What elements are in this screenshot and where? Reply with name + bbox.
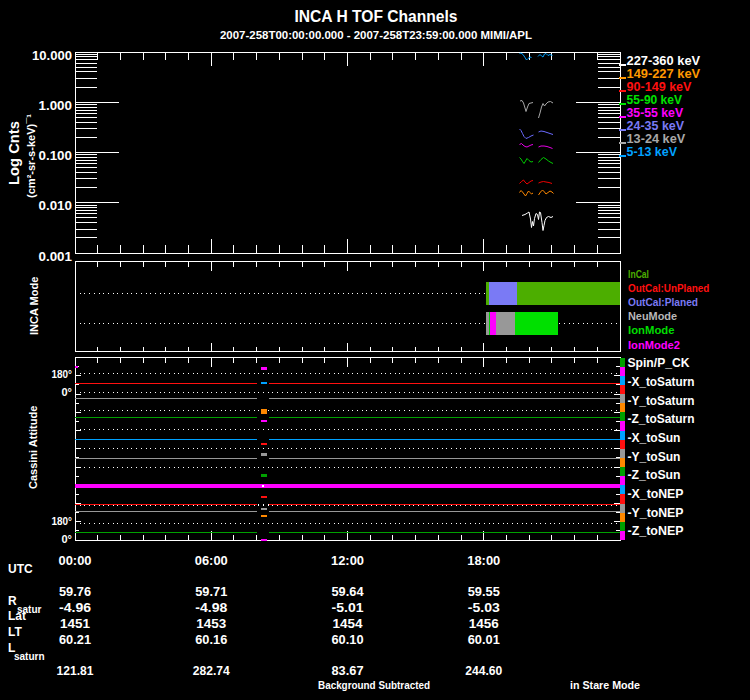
svg-text:IonMode2: IonMode2 xyxy=(628,339,680,351)
svg-text:Log Cnts: Log Cnts xyxy=(6,121,22,185)
svg-text:00:00: 00:00 xyxy=(59,554,92,568)
svg-text:OutCal:Planed: OutCal:Planed xyxy=(628,296,698,308)
svg-text:-5.03: -5.03 xyxy=(468,601,500,615)
svg-text:-Z_toSun: -Z_toSun xyxy=(628,468,681,482)
svg-text:55-90 keV: 55-90 keV xyxy=(627,93,683,107)
svg-text:06:00: 06:00 xyxy=(195,554,228,568)
svg-text:0.010: 0.010 xyxy=(39,199,73,213)
svg-text:Lat: Lat xyxy=(8,609,26,623)
svg-text:LT: LT xyxy=(8,625,22,639)
svg-text:-X_toNEP: -X_toNEP xyxy=(628,487,684,501)
svg-text:1.000: 1.000 xyxy=(39,99,73,113)
svg-text:1456: 1456 xyxy=(469,617,499,631)
svg-text:10.000: 10.000 xyxy=(32,49,72,63)
svg-text:Cassini Attitude: Cassini Attitude xyxy=(27,406,39,489)
svg-text:Background Subtracted: Background Subtracted xyxy=(318,679,430,691)
svg-text:-Y_toSun: -Y_toSun xyxy=(628,450,681,464)
svg-text:35-55 keV: 35-55 keV xyxy=(627,106,684,120)
svg-text:0.001: 0.001 xyxy=(39,250,73,264)
svg-text:90-149 keV: 90-149 keV xyxy=(627,80,693,94)
svg-text:59.55: 59.55 xyxy=(468,585,500,599)
svg-text:282.74: 282.74 xyxy=(193,664,230,678)
svg-text:INCA H TOF Channels: INCA H TOF Channels xyxy=(295,8,458,25)
svg-text:-4.96: -4.96 xyxy=(59,601,91,615)
svg-text:0°: 0° xyxy=(62,386,73,398)
svg-text:244.60: 244.60 xyxy=(465,664,502,678)
svg-text:-Y_toSaturn: -Y_toSaturn xyxy=(628,394,695,408)
svg-text:2007-258T00:00:00.000 - 2007-2: 2007-258T00:00:00.000 - 2007-258T23:59:0… xyxy=(220,29,532,41)
svg-text:149-227 keV: 149-227 keV xyxy=(627,67,701,81)
svg-text:227-360 keV: 227-360 keV xyxy=(627,54,701,68)
svg-text:60.10: 60.10 xyxy=(332,633,364,647)
svg-text:UTC: UTC xyxy=(8,562,33,576)
svg-text:59.64: 59.64 xyxy=(332,585,364,599)
svg-text:-5.01: -5.01 xyxy=(332,601,364,615)
svg-text:1451: 1451 xyxy=(60,617,90,631)
svg-text:60.01: 60.01 xyxy=(468,633,500,647)
svg-text:-4.98: -4.98 xyxy=(195,601,227,615)
svg-text:180°: 180° xyxy=(52,515,73,527)
svg-text:1453: 1453 xyxy=(196,617,226,631)
svg-text:IonMode: IonMode xyxy=(628,324,675,336)
svg-text:-X_toSaturn: -X_toSaturn xyxy=(628,375,695,389)
svg-text:0°: 0° xyxy=(62,533,73,545)
svg-text:NeuMode: NeuMode xyxy=(628,310,677,322)
svg-text:59.76: 59.76 xyxy=(59,585,91,599)
svg-text:-Z_toSaturn: -Z_toSaturn xyxy=(628,412,695,426)
svg-text:13-24 keV: 13-24 keV xyxy=(627,132,686,146)
svg-text:60.21: 60.21 xyxy=(59,633,91,647)
svg-text:83.67: 83.67 xyxy=(332,664,364,678)
svg-text:in Stare Mode: in Stare Mode xyxy=(570,679,640,691)
svg-text:18:00: 18:00 xyxy=(467,554,500,568)
svg-text:180°: 180° xyxy=(52,368,73,380)
svg-text:24-35 keV: 24-35 keV xyxy=(627,119,685,133)
svg-text:0.100: 0.100 xyxy=(39,149,73,163)
svg-text:5-13 keV: 5-13 keV xyxy=(627,145,678,159)
svg-text:121.81: 121.81 xyxy=(57,664,94,678)
svg-text:59.71: 59.71 xyxy=(195,585,227,599)
svg-text:-Z_toNEP: -Z_toNEP xyxy=(628,524,684,538)
svg-text:12:00: 12:00 xyxy=(331,554,364,568)
svg-text:INCA Mode: INCA Mode xyxy=(28,277,40,335)
svg-text:1454: 1454 xyxy=(333,617,363,631)
svg-text:(cm²-sr-s-keV)¯¹: (cm²-sr-s-keV)¯¹ xyxy=(25,114,37,198)
svg-text:-X_toSun: -X_toSun xyxy=(628,431,681,445)
svg-text:saturn: saturn xyxy=(14,651,45,662)
svg-text:60.16: 60.16 xyxy=(195,633,227,647)
svg-text:-Y_toNEP: -Y_toNEP xyxy=(628,506,684,520)
svg-text:Spin/P_CK: Spin/P_CK xyxy=(628,356,690,370)
svg-text:InCal: InCal xyxy=(628,268,649,280)
svg-text:OutCal:UnPlaned: OutCal:UnPlaned xyxy=(628,282,709,294)
svg-text:R: R xyxy=(8,594,17,608)
